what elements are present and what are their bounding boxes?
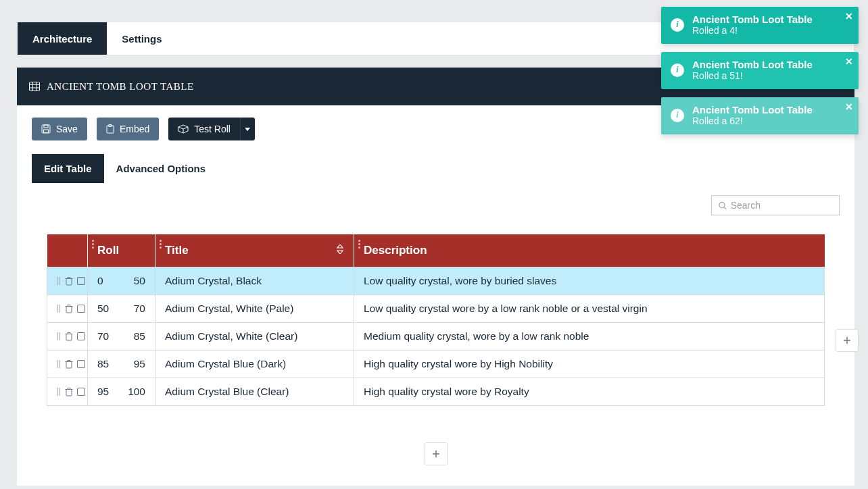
roll-to: 100 <box>128 386 145 398</box>
info-icon: i <box>671 63 684 77</box>
row-actions-cell <box>47 295 88 323</box>
svg-rect-6 <box>44 125 48 128</box>
toast-close-button[interactable]: ✕ <box>845 11 853 22</box>
delete-row-button[interactable] <box>65 332 73 341</box>
col-header-description[interactable]: Description <box>354 234 825 267</box>
toast-title: Ancient Tomb Loot Table <box>692 104 849 115</box>
tab-edit-table[interactable]: Edit Table <box>32 154 104 183</box>
svg-rect-23 <box>78 333 85 340</box>
roll-cell[interactable]: 5070 <box>88 295 155 323</box>
roll-cell[interactable]: 8595 <box>88 351 155 378</box>
table-row[interactable]: 95100Adium Crystal Blue (Clear)High qual… <box>47 378 825 406</box>
toast-message: Rolled a 4! <box>692 25 849 36</box>
col-header-title-label: Title <box>165 244 189 257</box>
description-cell[interactable]: High quality crystal wore by High Nobili… <box>354 351 825 378</box>
delete-row-button[interactable] <box>65 304 73 313</box>
roll-cell[interactable]: 050 <box>88 267 155 295</box>
svg-rect-27 <box>78 361 85 368</box>
col-header-description-label: Description <box>364 244 427 257</box>
toast-close-button[interactable]: ✕ <box>845 101 853 112</box>
drag-handle-icon[interactable] <box>92 240 94 249</box>
test-roll-group: Test Roll <box>168 118 255 140</box>
tab-advanced-options[interactable]: Advanced Options <box>104 154 218 183</box>
svg-rect-15 <box>78 278 85 285</box>
col-header-title[interactable]: Title <box>155 234 354 267</box>
row-drag-handle-icon[interactable] <box>57 332 61 341</box>
search-input[interactable] <box>731 200 832 211</box>
col-header-roll[interactable]: Roll <box>88 234 155 267</box>
roll-cell[interactable]: 7085 <box>88 323 155 351</box>
table-row[interactable]: 7085Adium Crystal, White (Clear)Medium q… <box>47 323 825 351</box>
toast-message: Rolled a 51! <box>692 70 849 81</box>
add-row-button[interactable] <box>425 442 448 465</box>
title-bar-label: ANCIENT TOMB LOOT TABLE <box>47 81 194 93</box>
row-checkbox[interactable] <box>77 360 85 368</box>
tab-settings[interactable]: Settings <box>107 22 176 55</box>
description-cell[interactable]: Low quality crystal wore by a low rank n… <box>354 295 825 323</box>
col-header-roll-label: Roll <box>97 244 119 257</box>
title-cell[interactable]: Adium Crystal Blue (Dark) <box>155 351 354 378</box>
sub-tabs: Edit Table Advanced Options <box>32 154 840 183</box>
col-header-actions <box>47 234 88 267</box>
description-cell[interactable]: High quality crystal wore by Royalty <box>354 378 825 406</box>
toast-close-button[interactable]: ✕ <box>845 56 853 67</box>
plus-icon <box>843 336 851 344</box>
svg-rect-30 <box>66 390 72 396</box>
row-checkbox[interactable] <box>77 277 85 285</box>
delete-row-button[interactable] <box>65 387 73 396</box>
delete-row-button[interactable] <box>65 276 73 286</box>
row-drag-handle-icon[interactable] <box>57 276 61 286</box>
caret-down-icon <box>245 128 250 131</box>
content-card: Save Embed Test Roll <box>17 105 854 486</box>
row-actions-cell <box>47 351 88 378</box>
row-actions-cell <box>47 267 88 295</box>
add-column-button[interactable] <box>836 329 859 352</box>
toast: iAncient Tomb Loot TableRolled a 4!✕ <box>661 7 859 44</box>
save-icon <box>41 124 51 134</box>
row-drag-handle-icon[interactable] <box>57 387 61 396</box>
search-box[interactable] <box>711 195 840 215</box>
description-cell[interactable]: Medium quality crystal, wore by a low ra… <box>354 323 825 351</box>
toast-message: Rolled a 62! <box>692 115 849 126</box>
sort-icon[interactable] <box>336 244 344 257</box>
toast: iAncient Tomb Loot TableRolled a 62!✕ <box>661 97 859 134</box>
test-roll-button[interactable]: Test Roll <box>168 118 240 140</box>
roll-to: 85 <box>134 330 145 342</box>
drag-handle-icon[interactable] <box>160 240 162 249</box>
save-button[interactable]: Save <box>32 118 87 140</box>
svg-rect-31 <box>78 388 85 396</box>
embed-button[interactable]: Embed <box>97 118 159 140</box>
title-cell[interactable]: Adium Crystal Blue (Clear) <box>155 378 354 406</box>
tab-architecture[interactable]: Architecture <box>18 22 107 55</box>
row-drag-handle-icon[interactable] <box>57 359 61 369</box>
svg-rect-26 <box>66 362 72 369</box>
roll-to: 70 <box>134 303 145 315</box>
delete-row-button[interactable] <box>65 359 73 369</box>
row-actions-cell <box>47 323 88 351</box>
title-cell[interactable]: Adium Crystal, White (Pale) <box>155 295 354 323</box>
svg-point-10 <box>719 202 725 207</box>
drag-handle-icon[interactable] <box>358 240 360 249</box>
row-checkbox[interactable] <box>77 332 85 340</box>
title-cell[interactable]: Adium Crystal, White (Clear) <box>155 323 354 351</box>
table-row[interactable]: 8595Adium Crystal Blue (Dark)High qualit… <box>47 351 825 378</box>
description-cell[interactable]: Low quality crystal, wore by buried slav… <box>354 267 825 295</box>
roll-from: 70 <box>97 330 109 342</box>
roll-to: 95 <box>134 358 145 370</box>
svg-rect-0 <box>30 82 40 91</box>
row-checkbox[interactable] <box>77 388 85 396</box>
test-roll-label: Test Roll <box>194 124 231 134</box>
svg-rect-14 <box>66 279 72 286</box>
plus-icon <box>432 450 440 458</box>
row-checkbox[interactable] <box>77 305 85 313</box>
dice-icon <box>178 124 189 134</box>
toast-title: Ancient Tomb Loot Table <box>692 14 849 25</box>
table-row[interactable]: 050Adium Crystal, BlackLow quality cryst… <box>47 267 825 295</box>
roll-cell[interactable]: 95100 <box>88 378 155 406</box>
row-drag-handle-icon[interactable] <box>57 304 61 313</box>
test-roll-dropdown[interactable] <box>240 118 255 140</box>
table-row[interactable]: 5070Adium Crystal, White (Pale)Low quali… <box>47 295 825 323</box>
svg-rect-7 <box>44 130 49 133</box>
title-cell[interactable]: Adium Crystal, Black <box>155 267 354 295</box>
toast-stack: iAncient Tomb Loot TableRolled a 4!✕iAnc… <box>661 7 859 134</box>
